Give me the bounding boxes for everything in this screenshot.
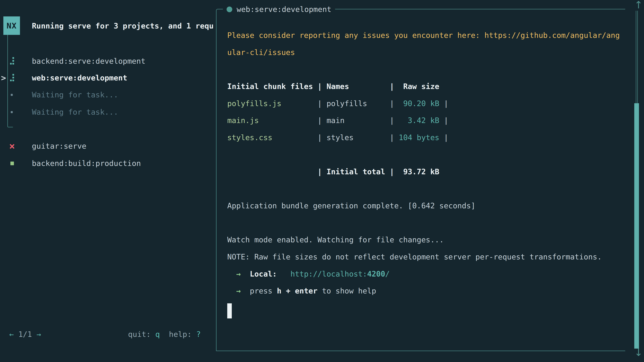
spinner-icon <box>10 57 14 65</box>
terminal-text-segment <box>227 167 318 176</box>
terminal-text-segment <box>227 287 236 295</box>
task-label: Waiting for task... <box>32 86 118 103</box>
output-panel-title-text: web:serve:development <box>237 5 332 14</box>
terminal-text-segment: | <box>345 116 399 125</box>
terminal-text-segment: Local: <box>250 270 277 278</box>
hotkeys-bar: quit: q help: ? <box>128 326 201 343</box>
terminal-text-segment: Please consider reporting any issues you… <box>227 31 620 40</box>
terminal-text-segment: to show help <box>318 287 376 295</box>
terminal-line: → press h + enter to show help <box>227 283 620 300</box>
url-link[interactable]: / <box>385 270 390 278</box>
terminal-text-segment: Initial chunk files | Names | Raw size <box>227 82 440 91</box>
pager-next-icon[interactable]: → <box>36 330 41 339</box>
task-row[interactable]: backend:build:production <box>0 155 216 172</box>
error-x-icon <box>10 144 15 149</box>
terminal-line <box>227 300 620 317</box>
terminal-line: Application bundle generation complete. … <box>227 197 620 215</box>
terminal-text-segment: styles.css <box>227 133 272 142</box>
terminal-text-segment: Watch mode enabled. Watching for file ch… <box>227 236 444 244</box>
task-label: guitar:serve <box>32 138 86 155</box>
task-row[interactable]: backend:serve:development <box>0 53 216 70</box>
terminal-text-segment: polyfills.js <box>227 99 282 108</box>
terminal-text-segment: | Initial total | 93.72 kB <box>318 167 439 176</box>
hotkey-quit-key: q <box>155 330 160 339</box>
nx-logo: NX <box>3 16 20 35</box>
terminal-text-segment: → <box>236 270 241 278</box>
terminal-text-segment <box>241 287 250 295</box>
terminal-line <box>227 215 620 232</box>
selection-chevron-icon: > <box>1 69 6 86</box>
terminal-line: → Local: http://localhost:4200/ <box>227 266 620 283</box>
terminal-line: Initial chunk files | Names | Raw size <box>227 78 620 95</box>
task-row[interactable]: guitar:serve <box>0 138 216 155</box>
terminal-line <box>227 180 620 197</box>
terminal-text-segment: 90.20 kB <box>399 99 439 108</box>
terminal-line: main.js | main | 3.42 kB | <box>227 112 620 129</box>
task-label: backend:serve:development <box>32 53 146 70</box>
terminal-text-segment: | <box>440 116 448 125</box>
url-link[interactable]: 4200 <box>367 270 385 278</box>
terminal-text-segment: | <box>440 99 448 108</box>
terminal-line: NOTE: Raw file sizes do not reflect deve… <box>227 249 620 266</box>
terminal-text-segment: main <box>326 116 345 125</box>
terminal-text-segment: h + enter <box>277 287 318 295</box>
terminal-line <box>227 61 620 78</box>
scrollbar-track[interactable] <box>636 11 638 103</box>
cursor-block <box>227 303 232 319</box>
terminal-text-segment: 3.42 kB <box>399 116 439 125</box>
terminal-text-segment: styles <box>326 133 354 142</box>
success-square-icon <box>10 162 14 165</box>
output-panel: web:serve:development Please consider re… <box>216 9 625 351</box>
task-row[interactable]: Waiting for task... <box>0 86 216 103</box>
terminal-text-segment: → <box>236 287 241 295</box>
running-status-bullet-icon <box>226 6 232 12</box>
spinner-icon <box>10 74 14 82</box>
task-list-panel: NX Running serve for 3 projects, and 1 r… <box>0 0 216 362</box>
terminal-text-segment: | <box>259 116 326 125</box>
nx-tui-screen: NX Running serve for 3 projects, and 1 r… <box>0 0 644 362</box>
terminal-text-segment: main.js <box>227 116 259 125</box>
pager: ← 1/1 → <box>9 326 41 343</box>
url-link[interactable]: http://localhost: <box>290 270 367 278</box>
scrollbar-thumb[interactable] <box>634 103 639 349</box>
scroll-up-icon[interactable]: ↑ <box>634 0 639 10</box>
task-row[interactable]: >web:serve:development <box>0 69 216 86</box>
task-label: backend:build:production <box>32 155 141 172</box>
terminal-text-segment: | <box>282 99 326 108</box>
terminal-line: | Initial total | 93.72 kB <box>227 163 620 180</box>
pager-prev-icon[interactable]: ← <box>9 330 14 339</box>
terminal-text-segment: | <box>440 133 448 142</box>
terminal-text-segment: | <box>367 99 399 108</box>
app-title: Running serve for 3 projects, and 1 requ <box>32 17 216 34</box>
task-label: web:serve:development <box>32 69 127 86</box>
terminal-line <box>227 146 620 163</box>
waiting-dot-icon <box>11 111 13 113</box>
terminal-text-segment: 104 bytes <box>399 133 439 142</box>
terminal-text-segment: Application bundle generation complete. … <box>227 201 476 210</box>
terminal-line: ular-cli/issues <box>227 44 620 61</box>
terminal-text-segment: polyfills <box>326 99 367 108</box>
task-label: Waiting for task... <box>32 104 118 121</box>
hotkey-help-key: ? <box>196 330 201 339</box>
scrollbar: ↑ ↓ <box>634 0 639 362</box>
terminal-line: polyfills.js | polyfills | 90.20 kB | <box>227 95 620 112</box>
hotkey-quit-label: quit: <box>128 330 151 339</box>
output-panel-title: web:serve:development <box>223 1 335 18</box>
waiting-dot-icon <box>11 94 13 96</box>
terminal-line: Please consider reporting any issues you… <box>227 27 620 44</box>
terminal-text-segment: ular-cli/issues <box>227 48 295 57</box>
hotkey-help-label: help: <box>169 330 192 339</box>
task-row[interactable]: Waiting for task... <box>0 104 216 121</box>
terminal-line: styles.css | styles | 104 bytes | <box>227 129 620 146</box>
pager-page-label: 1/1 <box>14 330 36 339</box>
terminal-line: Watch mode enabled. Watching for file ch… <box>227 231 620 249</box>
terminal-text-segment: | <box>272 133 326 142</box>
terminal-text-segment: | <box>354 133 399 142</box>
terminal-text-segment <box>227 270 236 278</box>
terminal-text-segment <box>277 270 290 278</box>
scroll-down-icon[interactable]: ↓ <box>634 347 639 358</box>
terminal-text-segment: NOTE: Raw file sizes do not reflect deve… <box>227 253 602 261</box>
terminal-output: Please consider reporting any issues you… <box>227 27 620 317</box>
terminal-text-segment <box>241 270 250 278</box>
terminal-text-segment: press <box>250 287 277 295</box>
